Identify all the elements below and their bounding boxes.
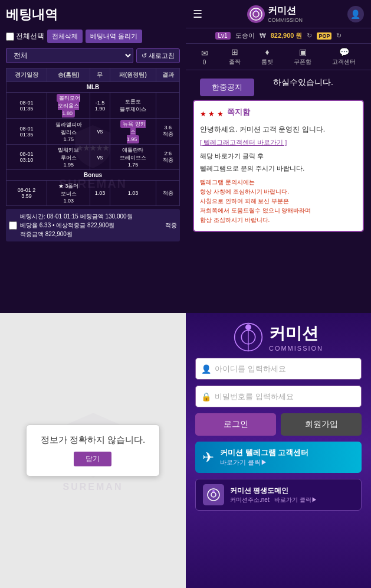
- refresh-button[interactable]: ↺ 새로고침: [136, 48, 180, 63]
- svg-point-3: [255, 9, 257, 12]
- col-home: 승(홈팀): [47, 68, 90, 82]
- jjogjom-title: 쪽지함: [227, 107, 250, 117]
- nav-customer[interactable]: 💬 고객센터: [332, 47, 356, 66]
- select-all-checkbox[interactable]: [6, 32, 14, 41]
- user-input-icon: 👤: [201, 364, 211, 374]
- username: 도승이: [235, 31, 255, 40]
- telegram-banner[interactable]: ✈ 커미션 텔레그램 고객센터 바로가기 클릭▶: [195, 442, 362, 473]
- register-button[interactable]: 회원가입: [281, 413, 362, 436]
- username-input-row: 👤: [195, 358, 362, 380]
- chat-warning: 텔레그램 문의시에는 항상 사칭에 조심하시기 바랍니다. 사칭으로 인하여 피…: [200, 178, 357, 225]
- nav-roombet[interactable]: ♦ 룸벳: [261, 47, 273, 66]
- password-input-row: 🔒: [195, 386, 362, 407]
- delete-all-button[interactable]: 전체삭제: [47, 30, 83, 43]
- chat-popup: ★ ★ ★ 쪽지함 안녕하세요. 커미션 고객 운영진 입니다. [ 텔레그래고…: [193, 100, 364, 232]
- filter-row: 전체 ↺ 새로고침: [6, 48, 180, 63]
- chat-desc1: 해당 바로가기 클릭 후: [200, 152, 357, 161]
- star-deco: ★ ★ ★: [200, 110, 224, 118]
- filter-select[interactable]: 전체: [6, 48, 133, 63]
- telegram-banner-text: 커미션 텔레그램 고객센터 바로가기 클릭▶: [220, 447, 308, 467]
- coupon-label: 쿠폰함: [294, 58, 311, 66]
- select-all-label[interactable]: 전체선택: [6, 31, 44, 41]
- balance-icon: ₩: [260, 32, 266, 40]
- chat-desc2: 텔레그램으로 문의 주시기 바랍니다.: [200, 164, 357, 173]
- table-row: 08-01 23:59 ★ 3폴더보너스1.03 1.03 1.03 적중: [6, 181, 180, 206]
- bet-table: 경기일장 승(홈팀) 무 패(원정팀) 결과 MLB 08-0101:35 볼티…: [6, 68, 180, 206]
- left-panel: 베팅내역 전체선택 전체삭제 베팅내역 올리기 전체 ↺ 새로고침 경기일장 승…: [0, 0, 186, 313]
- pop-badge: POP: [317, 32, 331, 40]
- logo-icon: [247, 5, 265, 23]
- chat-link[interactable]: [ 텔레그래고객센터 바로가기 ]: [200, 138, 357, 147]
- login-buttons: 로그인 회원가입: [195, 413, 362, 436]
- chat-welcome: 안녕하세요. 커미션 고객 운영진 입니다.: [200, 125, 357, 135]
- balance-refresh-icon[interactable]: ↻: [307, 32, 312, 40]
- commission-logo: 커미션 COMMISSION: [247, 5, 303, 23]
- col-date: 경기일장: [6, 68, 47, 82]
- left-bottom: ★★★★★ SUREMAN 정보가 정확하지 않습니다. 닫기: [0, 313, 186, 588]
- league-label: MLB: [6, 82, 180, 93]
- coupon-icon: ▣: [299, 47, 307, 57]
- domain-banner[interactable]: 커미션 평생도메인 커미션주소.net 바로가기 클릭▶: [195, 479, 362, 511]
- right-panel-top: ☰ 커미션 COMMISSION 👤 Lv1 도승이 ₩: [186, 0, 371, 313]
- close-button[interactable]: 닫기: [74, 452, 111, 466]
- svg-point-2: [253, 11, 259, 17]
- summary-result: 적중: [165, 221, 177, 230]
- top-controls: 전체선택 전체삭제 베팅내역 올리기: [6, 30, 180, 43]
- table-row: 08-0103:10 밀워키브루어스1.95 vs 애틀란타브레이브스1.75 …: [6, 145, 180, 170]
- domain-icon: [203, 484, 224, 505]
- suspended-button[interactable]: 한중공지: [200, 79, 254, 96]
- nav-joongjaek[interactable]: ⊞ 줄짝: [229, 47, 241, 66]
- bonus-label: Bonus: [6, 170, 180, 181]
- nav-coupon[interactable]: ▣ 쿠폰함: [294, 47, 311, 66]
- hamburger-icon[interactable]: ☰: [193, 8, 202, 21]
- table-row: 08-0101:35 볼티모어오리올스1.80 -1.51.90 토론토블루제이…: [6, 93, 180, 119]
- username-input[interactable]: [195, 358, 362, 380]
- svg-point-11: [212, 490, 215, 492]
- summary-text: 베팅시간: 08-01 01:15 베팅금액 130,000원 베당율 6.33…: [20, 212, 162, 239]
- svg-point-7: [245, 324, 251, 330]
- logo-kr-big: 커미션: [269, 322, 323, 345]
- logo-en-big: COMMISSION: [269, 345, 323, 352]
- summary-row: 베팅시간: 08-01 01:15 베팅금액 130,000원 베당율 6.33…: [6, 209, 180, 241]
- mail-icon: ✉: [201, 48, 208, 58]
- password-input[interactable]: [195, 386, 362, 407]
- col-draw: 무: [90, 68, 110, 82]
- level-badge: Lv1: [215, 32, 231, 40]
- joongjaek-label: 줄짝: [229, 58, 241, 66]
- error-message: 정보가 정확하지 않습니다.: [41, 435, 146, 446]
- login-button[interactable]: 로그인: [195, 413, 276, 436]
- page-title: 베팅내역: [6, 6, 180, 24]
- level-row: Lv1 도승이 ₩ 822,900 원 ↻ POP ↻: [186, 28, 371, 44]
- user-icon[interactable]: 👤: [347, 6, 364, 22]
- pop-refresh-icon[interactable]: ↻: [336, 32, 342, 40]
- domain-banner-text: 커미션 평생도메인 커미션주소.net 바로가기 클릭▶: [230, 486, 317, 504]
- right-bottom: 커미션 COMMISSION 👤 🔒 로그인 회원가입 ✈ 커미션 텔레그램 고…: [186, 313, 371, 588]
- lock-input-icon: 🔒: [201, 392, 211, 401]
- logo-big-text: 커미션 COMMISSION: [269, 322, 323, 352]
- customer-label: 고객센터: [332, 58, 356, 66]
- nav-icons-row: ✉ 0 ⊞ 줄짝 ♦ 룸벳 ▣ 쿠폰함 💬 고객센터: [186, 44, 371, 70]
- telegram-icon: ✈: [202, 449, 214, 466]
- joongjaek-icon: ⊞: [231, 47, 238, 57]
- mail-count: 0: [203, 59, 206, 66]
- svg-point-10: [211, 492, 216, 497]
- can-do-text: 하실수있습니다.: [273, 77, 333, 88]
- suspended-row: 한중공지 하실수있습니다.: [186, 70, 371, 100]
- commission-logo-svg: [234, 322, 263, 352]
- upload-history-button[interactable]: 베팅내역 올리기: [86, 30, 142, 43]
- nav-mail[interactable]: ✉ 0: [201, 48, 208, 66]
- summary-checkbox[interactable]: [9, 221, 17, 230]
- balance: 822,900 원: [271, 31, 303, 40]
- error-dialog: 정보가 정확하지 않습니다. 닫기: [26, 424, 160, 476]
- col-result: 결과: [156, 68, 180, 82]
- commission-logo-big: 커미션 COMMISSION: [234, 322, 323, 352]
- table-row: 08-0101:35 필라델피아필리스1.75 vs 뉴욕 양키스1.95 3.…: [6, 119, 180, 145]
- roombet-label: 룸벳: [261, 58, 273, 66]
- customer-icon: 💬: [339, 47, 349, 57]
- roombet-icon: ♦: [265, 47, 269, 57]
- col-away: 패(원정팀): [110, 68, 156, 82]
- commission-header: ☰ 커미션 COMMISSION 👤: [186, 0, 371, 28]
